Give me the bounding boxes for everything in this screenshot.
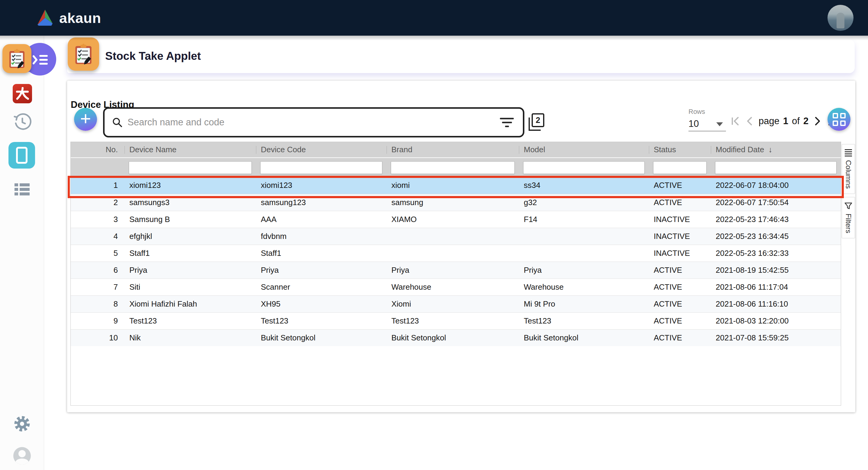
tab-filters[interactable]: Filters xyxy=(842,197,855,238)
list-icon xyxy=(14,183,30,187)
cell-status: ACTIVE xyxy=(649,329,711,346)
cell-device-name: Test123 xyxy=(125,312,256,329)
grid-view-button[interactable] xyxy=(828,108,850,131)
rows-per-page-select[interactable]: 10 xyxy=(688,117,726,131)
column-header-no[interactable]: No. xyxy=(71,142,125,158)
search-box xyxy=(103,107,524,137)
next-page-button[interactable] xyxy=(814,116,821,126)
column-header-status[interactable]: Status xyxy=(649,142,711,158)
cell-device-code: xiomi123 xyxy=(256,177,386,194)
cell-status: ACTIVE xyxy=(649,278,711,295)
rows-label: Rows xyxy=(688,108,705,116)
cell-modified-date: 2021-08-19 15:42:55 xyxy=(711,262,841,278)
filter-input-model[interactable] xyxy=(523,161,645,174)
cell-status: INACTIVE xyxy=(649,245,711,262)
sidebar-item-history[interactable] xyxy=(13,113,31,131)
filter-input-device-code[interactable] xyxy=(260,161,382,174)
table-row[interactable]: 9 Test123 Test123 Test123 Test123 ACTIVE… xyxy=(71,312,841,329)
cn-character-icon xyxy=(14,86,30,101)
akaun-triangle-icon xyxy=(36,9,54,27)
sidebar-item-list-view[interactable] xyxy=(14,182,30,196)
cell-model xyxy=(519,245,649,262)
cell-no: 5 xyxy=(71,245,125,262)
cell-brand: samsung xyxy=(386,194,519,211)
table-filter-row xyxy=(71,158,841,177)
history-clock-icon xyxy=(13,113,31,131)
sidebar-item-profile[interactable] xyxy=(13,447,31,465)
cell-device-code: fdvbnm xyxy=(256,228,386,245)
filter-input-brand[interactable] xyxy=(391,161,515,174)
funnel-icon xyxy=(844,202,852,210)
cell-modified-date: 2022-06-07 17:50:54 xyxy=(711,194,841,211)
column-header-device-code[interactable]: Device Code xyxy=(256,142,386,158)
table-row[interactable]: 3 Samsung B AAA XIAMO F14 INACTIVE 2022-… xyxy=(71,211,841,228)
search-input[interactable] xyxy=(127,116,500,128)
sidebar-item-cn-applet[interactable] xyxy=(13,84,32,103)
search-icon xyxy=(112,117,123,128)
table-row[interactable]: 7 Siti Scanner Warehouse Warehouse ACTIV… xyxy=(71,278,841,295)
cell-no: 4 xyxy=(71,228,125,245)
chevron-down-icon xyxy=(716,122,723,126)
stock-take-applet-button[interactable] xyxy=(2,44,31,73)
filter-input-status[interactable] xyxy=(653,161,707,174)
sidebar-item-settings[interactable] xyxy=(13,414,31,433)
column-header-model[interactable]: Model xyxy=(519,142,649,158)
cell-status: INACTIVE xyxy=(649,211,711,228)
cell-device-name: Priya xyxy=(125,262,256,278)
column-header-brand[interactable]: Brand xyxy=(386,142,519,158)
cell-status: ACTIVE xyxy=(649,177,711,194)
brand-logo[interactable]: akaun xyxy=(36,0,101,36)
cell-device-name: Siti xyxy=(125,278,256,295)
filter-input-modified-date[interactable] xyxy=(715,161,837,174)
cell-device-code: Staff1 xyxy=(256,245,386,262)
cell-modified-date: 2022-05-23 17:46:43 xyxy=(711,211,841,228)
cell-model: Warehouse xyxy=(519,278,649,295)
table-row[interactable]: 1 xiomi123 xiomi123 xiomi ss34 ACTIVE 20… xyxy=(71,177,841,194)
cell-no: 10 xyxy=(71,329,125,346)
cell-status: ACTIVE xyxy=(649,194,711,211)
cell-brand: Test123 xyxy=(386,312,519,329)
column-header-modified-date[interactable]: Modified Date↓ xyxy=(711,142,841,158)
sidebar xyxy=(0,36,44,470)
cell-brand: Priya xyxy=(386,262,519,278)
pages-view-button[interactable]: 2 xyxy=(529,113,544,131)
table-row[interactable]: 8 Xiomi Hafizhi Falah XH95 Xiomi Mi 9t P… xyxy=(71,295,841,312)
add-device-button[interactable]: + xyxy=(74,108,97,131)
user-avatar[interactable] xyxy=(828,5,854,31)
cell-no: 7 xyxy=(71,278,125,295)
total-pages: 2 xyxy=(803,116,808,127)
current-page: 1 xyxy=(783,116,788,127)
first-page-button[interactable] xyxy=(731,116,740,126)
cell-device-name: xiomi123 xyxy=(125,177,256,194)
table-row[interactable]: 10 Nik Bukit Setongkol Bukit Setongkol B… xyxy=(71,329,841,346)
sidebar-item-device-listing[interactable] xyxy=(8,142,35,169)
cell-model: Test123 xyxy=(519,312,649,329)
cell-modified-date: 2021-07-08 15:59:25 xyxy=(711,329,841,346)
table-row[interactable]: 5 Staff1 Staff1 INACTIVE 2022-05-23 16:3… xyxy=(71,245,841,262)
table-row[interactable]: 6 Priya Priya Priya Priya ACTIVE 2021-08… xyxy=(71,262,841,278)
cell-status: ACTIVE xyxy=(649,262,711,278)
table-header-row: No. Device Name Device Code Brand Model … xyxy=(71,142,841,158)
cell-device-code: Scanner xyxy=(256,278,386,295)
column-header-device-name[interactable]: Device Name xyxy=(125,142,256,158)
cell-device-code: samsung123 xyxy=(256,194,386,211)
prev-page-button[interactable] xyxy=(746,116,752,126)
topbar: akaun xyxy=(0,0,868,36)
grid-icon xyxy=(833,113,846,126)
cell-device-code: XH95 xyxy=(256,295,386,312)
applet-title: Stock Take Applet xyxy=(105,50,201,63)
cell-device-code: AAA xyxy=(256,211,386,228)
columns-icon xyxy=(845,149,852,157)
cell-device-name: Nik xyxy=(125,329,256,346)
cell-brand: XIAMO xyxy=(386,211,519,228)
clipboard-checklist-icon xyxy=(73,43,93,65)
cell-brand: Bukit Setongkol xyxy=(386,329,519,346)
tab-columns[interactable]: Columns xyxy=(842,144,855,194)
table-row[interactable]: 4 efghjkl fdvbnm INACTIVE 2022-05-23 16:… xyxy=(71,228,841,245)
table-row[interactable]: 2 samsungs3 samsung123 samsung g32 ACTIV… xyxy=(71,194,841,211)
filter-list-icon[interactable] xyxy=(500,118,514,127)
cell-device-name: efghjkl xyxy=(125,228,256,245)
cell-device-name: Xiomi Hafizhi Falah xyxy=(125,295,256,312)
cell-modified-date: 2022-05-23 16:34:45 xyxy=(711,228,841,245)
filter-input-device-name[interactable] xyxy=(129,161,252,174)
